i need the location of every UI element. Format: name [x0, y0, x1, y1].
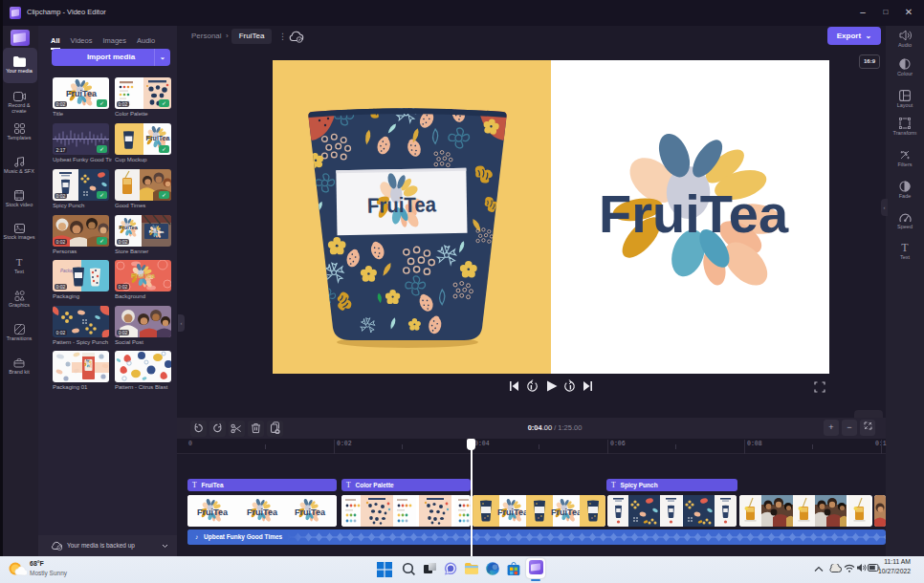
- svg-text:FruiTea: FruiTea: [367, 192, 437, 217]
- svg-text:FruiTea: FruiTea: [131, 272, 155, 279]
- svg-text:FruiTea: FruiTea: [119, 225, 138, 230]
- svg-text:FruiTea: FruiTea: [66, 89, 98, 98]
- svg-text:FruiTea: FruiTea: [599, 184, 789, 244]
- svg-text:FruiTea: FruiTea: [146, 135, 170, 141]
- svg-text:FruiTea: FruiTea: [149, 229, 165, 234]
